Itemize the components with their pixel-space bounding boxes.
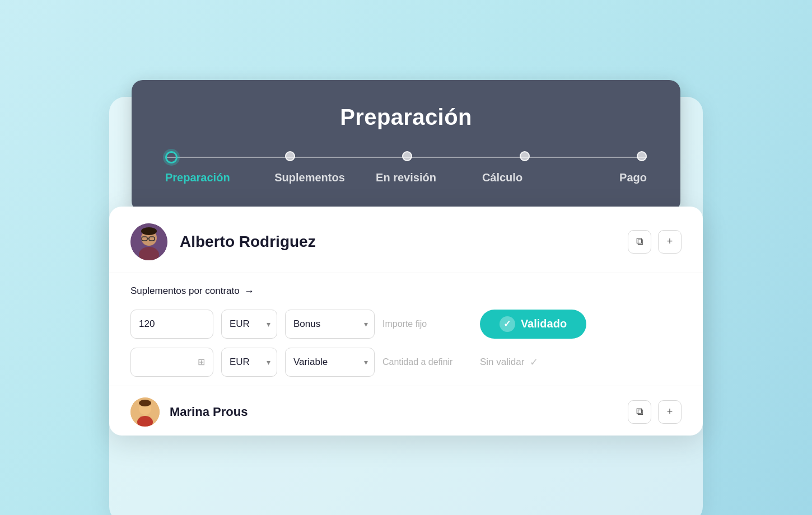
amount-input-1[interactable]	[130, 310, 213, 339]
header-actions-2: ⧉ +	[628, 400, 682, 424]
type-select-wrapper-1: Bonus Variable	[285, 310, 375, 339]
currency-select-wrapper-1: EUR USD	[221, 310, 277, 339]
validated-label: Validado	[521, 317, 567, 330]
type-select-wrapper-2: Variable Bonus	[285, 348, 375, 377]
avatar-2	[130, 397, 160, 427]
step-dot-preparacion[interactable]	[165, 151, 178, 163]
step-label-en-revision[interactable]: En revisión	[358, 171, 454, 184]
svg-point-10	[139, 400, 151, 406]
type-select-1[interactable]: Bonus Variable	[285, 310, 375, 339]
supplements-section: Suplementos por contrato → EUR USD	[109, 273, 703, 377]
supplements-arrow-icon: →	[244, 285, 254, 297]
stepper-dots	[165, 151, 647, 163]
currency-select-1[interactable]: EUR USD	[221, 310, 277, 339]
currency-select-wrapper-2: EUR USD	[221, 348, 277, 377]
plus-icon-2: +	[667, 406, 673, 418]
step-dot-suplementos[interactable]	[285, 151, 295, 161]
step-dot-pago[interactable]	[637, 151, 647, 161]
stepper-track-row	[165, 151, 647, 163]
svg-point-6	[141, 227, 157, 235]
step-label-calculo[interactable]: Cálculo	[454, 171, 550, 184]
step-dot-calculo[interactable]	[520, 151, 530, 161]
page-title: Preparación	[340, 105, 472, 130]
copy-icon-2: ⧉	[636, 406, 643, 418]
field-label-2: Cantidad a definir	[382, 357, 472, 367]
add-button-2[interactable]: +	[658, 400, 682, 424]
validated-button[interactable]: ✓ Validado	[480, 310, 586, 339]
copy-button[interactable]: ⧉	[628, 230, 651, 254]
supplements-link-text: Suplementos por contrato	[130, 285, 240, 297]
validated-check-icon: ✓	[500, 316, 515, 332]
stepper: Preparación Suplementos En revisión Cálc…	[165, 151, 647, 184]
copy-button-2[interactable]: ⧉	[628, 400, 651, 424]
step-label-suplementos[interactable]: Suplementos	[262, 171, 358, 184]
employee-header: Alberto Rodriguez ⧉ +	[109, 207, 703, 273]
type-select-2[interactable]: Variable Bonus	[285, 348, 375, 377]
supplements-link[interactable]: Suplementos por contrato →	[130, 285, 682, 297]
supplement-row-1: EUR USD Bonus Variable Importe fijo ✓	[130, 310, 682, 339]
header-actions: ⧉ +	[628, 230, 682, 254]
sin-validar-check-icon[interactable]: ✓	[530, 356, 538, 368]
main-content: Preparación Preparación Suplementos	[87, 80, 725, 436]
employee-2-header: Marina Prous ⧉ +	[109, 386, 703, 436]
currency-select-2[interactable]: EUR USD	[221, 348, 277, 377]
progress-card: Preparación Preparación Suplementos	[132, 80, 680, 212]
copy-icon: ⧉	[636, 236, 643, 247]
step-label-pago[interactable]: Pago	[550, 171, 647, 184]
avatar	[130, 223, 167, 260]
stepper-labels: Preparación Suplementos En revisión Cálc…	[165, 171, 647, 184]
calc-icon: ⊞	[198, 357, 205, 367]
employee-name-2: Marina Prous	[170, 405, 628, 419]
step-label-preparacion[interactable]: Preparación	[165, 171, 262, 184]
plus-icon: +	[667, 236, 673, 247]
page-wrapper: Preparación Preparación Suplementos	[87, 80, 725, 436]
employee-name: Alberto Rodriguez	[180, 233, 628, 251]
sin-validar-area: Sin validar ✓	[480, 356, 586, 368]
supplement-row-2: ⊞ EUR USD Variable Bonus	[130, 348, 682, 377]
step-dot-en-revision[interactable]	[402, 151, 412, 161]
calc-input-2[interactable]: ⊞	[130, 348, 213, 377]
white-panel: Alberto Rodriguez ⧉ + Suplementos por co…	[109, 207, 703, 436]
sin-validar-label: Sin validar	[480, 357, 524, 368]
add-button[interactable]: +	[658, 230, 682, 254]
field-label-1: Importe fijo	[382, 319, 472, 329]
